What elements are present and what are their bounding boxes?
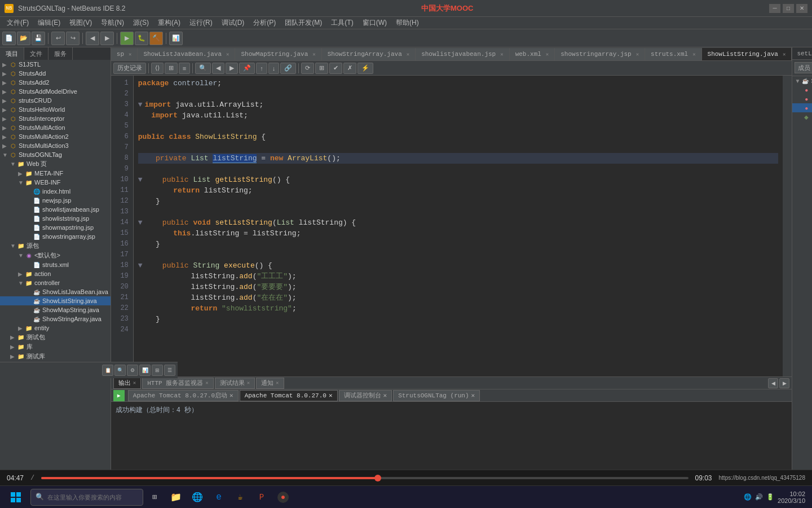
- nav-btn-3[interactable]: ⚙: [127, 365, 138, 376]
- menu-source[interactable]: 源(S): [129, 17, 153, 29]
- taskbar-search-bar[interactable]: 🔍: [30, 489, 143, 506]
- menu-edit[interactable]: 编辑(E): [33, 17, 65, 29]
- tree-item-showliststringjsp[interactable]: ▶ 📄 showliststring.jsp: [0, 214, 111, 223]
- close-run-tab[interactable]: ✕: [471, 392, 475, 399]
- tree-item-showmapstringjsp[interactable]: ▶ 📄 showmapstring.jsp: [0, 223, 111, 232]
- editor-scrollbar[interactable]: [783, 76, 792, 376]
- output-tab-notify[interactable]: 通知 ✕: [256, 378, 284, 389]
- tree-item-showlistjavabeanjsp[interactable]: ▶ 📄 showlistjavabean.jsp: [0, 205, 111, 214]
- tree-item-strutsaddmodeldrive[interactable]: ▶ ⬡ StrutsAddModelDrive: [0, 87, 111, 96]
- open-file-btn[interactable]: 📂: [17, 32, 30, 45]
- server-tab-tomcat[interactable]: Apache Tomcat 8.0.27.0 ✕: [240, 390, 338, 401]
- new-file-btn[interactable]: 📄: [2, 32, 16, 45]
- taskbar-search-input[interactable]: [47, 494, 126, 501]
- next-btn[interactable]: ▶: [226, 63, 238, 74]
- tree-item-strutsinterceptor[interactable]: ▶ ⬡ StrutsInterceptor: [0, 114, 111, 123]
- close-output-tab[interactable]: ✕: [133, 380, 136, 386]
- tree-item-showstringarray-java[interactable]: ▶ ☕ ShowStringArray.java: [0, 314, 111, 323]
- apply-btn[interactable]: ✗: [343, 63, 356, 74]
- nav-btn-1[interactable]: 📋: [102, 365, 113, 376]
- tree-item-entity[interactable]: ▶ 📁 entity: [0, 323, 111, 332]
- refresh-btn[interactable]: ⟳: [301, 63, 314, 74]
- undo-btn[interactable]: ↩: [51, 32, 65, 45]
- menu-tools[interactable]: 工具(T): [326, 17, 358, 29]
- taskbar-file-explorer[interactable]: 📁: [166, 487, 186, 507]
- tree-item-strutsmultiaction3[interactable]: ▶ ⬡ StrutsMultiAction3: [0, 141, 111, 150]
- close-server-start-tab[interactable]: ✕: [230, 392, 233, 399]
- search-btn[interactable]: 🔍: [195, 63, 211, 74]
- tree-item-strutsognltag[interactable]: ▼ ⬡ StrutsOGNLTag: [0, 150, 111, 159]
- close-tab-showmapstring[interactable]: ✕: [312, 51, 315, 58]
- run-here-btn[interactable]: ⚡: [358, 63, 373, 74]
- menu-window[interactable]: 窗口(W): [358, 17, 391, 29]
- close-debug-tab[interactable]: ✕: [383, 392, 387, 399]
- up-btn[interactable]: ↑: [256, 63, 267, 74]
- check-btn[interactable]: ✔: [329, 63, 342, 74]
- tree-item-testpkg[interactable]: ▶ 📁 测试包: [0, 332, 111, 342]
- forward-btn[interactable]: ▶: [100, 32, 114, 45]
- tree-item-newjsp[interactable]: ▶ 📄 newjsp.jsp: [0, 196, 111, 205]
- close-tab-webxml[interactable]: ✕: [546, 51, 549, 58]
- output-prev-btn[interactable]: ◀: [768, 378, 778, 388]
- server-tab-tomcat-start[interactable]: Apache Tomcat 8.0.27.0启动 ✕: [128, 390, 239, 401]
- menu-refactor[interactable]: 重构(A): [153, 17, 185, 29]
- run-btn[interactable]: ▶: [120, 32, 134, 45]
- tree-item-strutsmultiaction[interactable]: ▶ ⬡ StrutsMultiAction: [0, 123, 111, 132]
- tree-item-metainf[interactable]: ▶ 📁 META-INF: [0, 169, 111, 178]
- edit-btn-1[interactable]: ⟨⟩: [151, 63, 164, 74]
- nav-btn-2[interactable]: 🔍: [114, 365, 126, 376]
- save-btn[interactable]: 💾: [32, 32, 45, 45]
- link-btn[interactable]: 🔗: [280, 63, 296, 74]
- editor-tab-showstringarray[interactable]: ShowStringArray.java ✕: [322, 48, 416, 60]
- tree-item-indexhtml[interactable]: ▶ 🌐 index.html: [0, 187, 111, 196]
- tree-item-lib[interactable]: ▶ 📁 库: [0, 342, 111, 352]
- tree-item-strutscrud[interactable]: ▶ ⬡ strutsCRUD: [0, 96, 111, 105]
- nav-setliststring-method[interactable]: ● setListString(List listString): [792, 103, 812, 112]
- tree-item-showmapstring-java[interactable]: ▶ ☕ ShowMapString.java: [0, 305, 111, 314]
- menu-team[interactable]: 团队开发(M): [280, 17, 326, 29]
- close-tab-showstringarrayjsp[interactable]: ✕: [636, 51, 639, 58]
- taskbar-chrome[interactable]: 🌐: [187, 487, 208, 507]
- tree-item-testlib[interactable]: ▶ 📁 测试库: [0, 352, 111, 361]
- clean-build-btn[interactable]: 🔨: [149, 32, 163, 45]
- taskbar-edge[interactable]: e: [209, 487, 229, 507]
- prev-btn[interactable]: ◀: [212, 63, 224, 74]
- profile-btn[interactable]: 📊: [169, 32, 183, 45]
- nav-btn-5[interactable]: ⊞: [152, 365, 163, 376]
- menu-debug[interactable]: 调试(D): [217, 17, 249, 29]
- close-tab-showliststring[interactable]: ✕: [783, 51, 785, 58]
- tree-item-strutsmultiaction2[interactable]: ▶ ⬡ StrutsMultiAction2: [0, 132, 111, 141]
- video-progress-bar[interactable]: [41, 477, 688, 479]
- editor-tab-strutsxml[interactable]: struts.xml ✕: [645, 48, 701, 60]
- tree-item-strutsadd2[interactable]: ▶ ⬡ StrutsAdd2: [0, 78, 111, 87]
- menu-run[interactable]: 运行(R): [185, 17, 217, 29]
- tree-item-strutsxml[interactable]: ▶ 📄 struts.xml: [0, 260, 111, 269]
- nav-liststring-field[interactable]: ◆ listString : List: [792, 112, 812, 121]
- output-tab-testresult[interactable]: 测试结果 ✕: [215, 378, 255, 389]
- tree-item-controller[interactable]: ▼ 📁 controller: [0, 278, 111, 287]
- taskbar-powerpoint[interactable]: P: [251, 487, 272, 507]
- menu-profile[interactable]: 分析(P): [249, 17, 280, 29]
- history-btn[interactable]: 历史记录: [113, 63, 146, 74]
- menu-help[interactable]: 帮助(H): [391, 17, 423, 29]
- output-tab-http[interactable]: HTTP 服务器监视器 ✕: [142, 378, 213, 389]
- tree-item-action[interactable]: ▶ 📁 action: [0, 269, 111, 278]
- tree-item-showstringarrayjsp[interactable]: ▶ 📄 showstringarray.jsp: [0, 232, 111, 241]
- close-testresult-tab[interactable]: ✕: [247, 380, 250, 386]
- close-notify-tab[interactable]: ✕: [276, 380, 279, 386]
- tree-item-defaultpkg[interactable]: ▼ ◉ <默认包>: [0, 251, 111, 260]
- tree-item-showlistjavabean-java[interactable]: ▶ ☕ ShowListJavaBean.java: [0, 287, 111, 296]
- nav-getliststring-method[interactable]: ● getListString() : List: [792, 94, 812, 103]
- tree-item-webinf[interactable]: ▼ 📁 WEB-INF: [0, 178, 111, 187]
- close-http-tab[interactable]: ✕: [205, 380, 208, 386]
- nav-class-item[interactable]: ▼ ☕ ShowListString: [792, 76, 812, 85]
- diff-btn[interactable]: ⊞: [315, 63, 328, 74]
- edit-btn-2[interactable]: ⊞: [165, 63, 178, 74]
- down-btn[interactable]: ↓: [268, 63, 280, 74]
- minimize-button[interactable]: ─: [769, 4, 780, 13]
- tree-item-strutsadd[interactable]: ▶ ⬡ StrutsAdd: [0, 69, 111, 78]
- title-controls[interactable]: ─ □ ✕: [769, 4, 807, 13]
- debug-btn[interactable]: 🐛: [135, 32, 148, 45]
- close-tab-strutsxml[interactable]: ✕: [692, 51, 695, 58]
- close-tab-showlistjavabean[interactable]: ✕: [226, 51, 229, 58]
